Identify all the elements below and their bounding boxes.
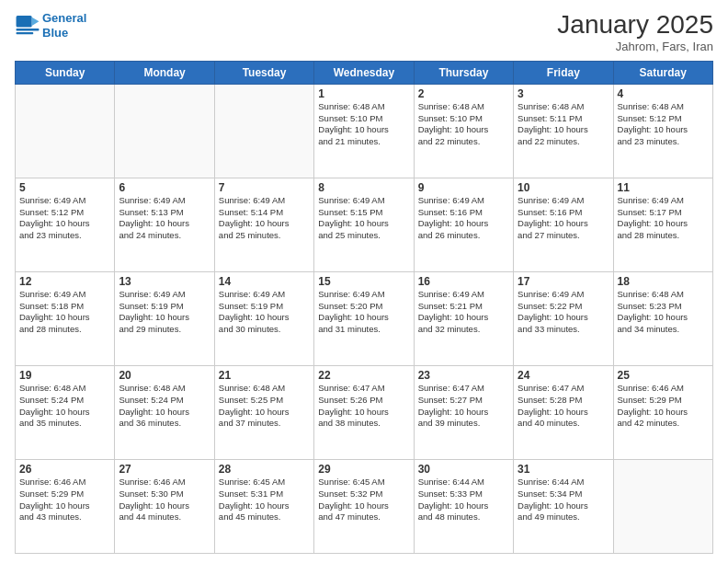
- col-saturday: Saturday: [613, 61, 712, 84]
- col-sunday: Sunday: [16, 61, 115, 84]
- day-info: Sunrise: 6:48 AM Sunset: 5:10 PM Dayligh…: [318, 101, 409, 148]
- calendar-header-row: Sunday Monday Tuesday Wednesday Thursday…: [16, 61, 713, 84]
- day-number: 3: [518, 87, 609, 100]
- table-row: 9Sunrise: 6:49 AM Sunset: 5:16 PM Daylig…: [414, 178, 513, 271]
- day-info: Sunrise: 6:49 AM Sunset: 5:22 PM Dayligh…: [518, 289, 609, 336]
- table-row: 17Sunrise: 6:49 AM Sunset: 5:22 PM Dayli…: [514, 271, 613, 365]
- day-info: Sunrise: 6:49 AM Sunset: 5:19 PM Dayligh…: [119, 289, 210, 336]
- table-row: 12Sunrise: 6:49 AM Sunset: 5:18 PM Dayli…: [16, 271, 115, 365]
- calendar-table: Sunday Monday Tuesday Wednesday Thursday…: [15, 61, 713, 554]
- day-number: 7: [219, 181, 310, 194]
- day-info: Sunrise: 6:49 AM Sunset: 5:13 PM Dayligh…: [119, 195, 210, 242]
- day-info: Sunrise: 6:48 AM Sunset: 5:23 PM Dayligh…: [618, 289, 709, 336]
- table-row: 1Sunrise: 6:48 AM Sunset: 5:10 PM Daylig…: [314, 84, 414, 178]
- table-row: 8Sunrise: 6:49 AM Sunset: 5:15 PM Daylig…: [314, 178, 414, 271]
- table-row: 5Sunrise: 6:49 AM Sunset: 5:12 PM Daylig…: [16, 178, 115, 271]
- logo-text: General Blue: [42, 11, 86, 40]
- table-row: [214, 84, 313, 178]
- day-number: 5: [19, 181, 110, 194]
- day-info: Sunrise: 6:47 AM Sunset: 5:26 PM Dayligh…: [318, 383, 409, 430]
- calendar-week-row: 5Sunrise: 6:49 AM Sunset: 5:12 PM Daylig…: [16, 178, 713, 271]
- day-info: Sunrise: 6:47 AM Sunset: 5:28 PM Dayligh…: [518, 383, 609, 430]
- table-row: [16, 84, 115, 178]
- day-info: Sunrise: 6:46 AM Sunset: 5:29 PM Dayligh…: [19, 477, 110, 523]
- day-number: 15: [318, 275, 409, 288]
- day-number: 14: [219, 275, 310, 288]
- day-number: 26: [19, 463, 110, 476]
- calendar-week-row: 19Sunrise: 6:48 AM Sunset: 5:24 PM Dayli…: [16, 365, 713, 459]
- day-number: 25: [618, 369, 709, 382]
- day-number: 29: [318, 463, 409, 476]
- day-number: 27: [119, 463, 210, 476]
- table-row: 28Sunrise: 6:45 AM Sunset: 5:31 PM Dayli…: [214, 459, 313, 553]
- calendar-week-row: 12Sunrise: 6:49 AM Sunset: 5:18 PM Dayli…: [16, 271, 713, 365]
- table-row: 10Sunrise: 6:49 AM Sunset: 5:16 PM Dayli…: [514, 178, 613, 271]
- day-info: Sunrise: 6:49 AM Sunset: 5:16 PM Dayligh…: [518, 195, 609, 242]
- col-tuesday: Tuesday: [214, 61, 313, 84]
- svg-rect-2: [17, 29, 40, 30]
- table-row: 18Sunrise: 6:48 AM Sunset: 5:23 PM Dayli…: [613, 271, 712, 365]
- day-number: 6: [119, 181, 210, 194]
- day-info: Sunrise: 6:48 AM Sunset: 5:25 PM Dayligh…: [219, 383, 310, 430]
- day-number: 8: [318, 181, 409, 194]
- table-row: 26Sunrise: 6:46 AM Sunset: 5:29 PM Dayli…: [16, 459, 115, 553]
- day-number: 20: [119, 369, 210, 382]
- day-info: Sunrise: 6:49 AM Sunset: 5:21 PM Dayligh…: [418, 289, 509, 336]
- table-row: 16Sunrise: 6:49 AM Sunset: 5:21 PM Dayli…: [414, 271, 513, 365]
- table-row: 30Sunrise: 6:44 AM Sunset: 5:33 PM Dayli…: [414, 459, 513, 553]
- day-info: Sunrise: 6:49 AM Sunset: 5:19 PM Dayligh…: [219, 289, 310, 336]
- day-info: Sunrise: 6:48 AM Sunset: 5:10 PM Dayligh…: [418, 101, 509, 148]
- col-friday: Friday: [514, 61, 613, 84]
- day-number: 31: [518, 463, 609, 476]
- day-info: Sunrise: 6:48 AM Sunset: 5:12 PM Dayligh…: [618, 101, 709, 148]
- table-row: 7Sunrise: 6:49 AM Sunset: 5:14 PM Daylig…: [214, 178, 313, 271]
- day-info: Sunrise: 6:45 AM Sunset: 5:32 PM Dayligh…: [318, 477, 409, 523]
- day-info: Sunrise: 6:44 AM Sunset: 5:33 PM Dayligh…: [418, 477, 509, 523]
- table-row: 15Sunrise: 6:49 AM Sunset: 5:20 PM Dayli…: [314, 271, 414, 365]
- col-wednesday: Wednesday: [314, 61, 414, 84]
- logo-icon: [15, 13, 40, 39]
- table-row: [613, 459, 712, 553]
- table-row: 23Sunrise: 6:47 AM Sunset: 5:27 PM Dayli…: [414, 365, 513, 459]
- table-row: 29Sunrise: 6:45 AM Sunset: 5:32 PM Dayli…: [314, 459, 414, 553]
- calendar-week-row: 1Sunrise: 6:48 AM Sunset: 5:10 PM Daylig…: [16, 84, 713, 178]
- day-info: Sunrise: 6:49 AM Sunset: 5:12 PM Dayligh…: [19, 195, 110, 242]
- day-number: 10: [518, 181, 609, 194]
- day-number: 12: [19, 275, 110, 288]
- day-number: 18: [618, 275, 709, 288]
- table-row: 3Sunrise: 6:48 AM Sunset: 5:11 PM Daylig…: [514, 84, 613, 178]
- day-info: Sunrise: 6:49 AM Sunset: 5:18 PM Dayligh…: [19, 289, 110, 336]
- day-info: Sunrise: 6:46 AM Sunset: 5:30 PM Dayligh…: [119, 477, 210, 523]
- day-number: 23: [418, 369, 509, 382]
- day-number: 24: [518, 369, 609, 382]
- day-number: 17: [518, 275, 609, 288]
- table-row: 19Sunrise: 6:48 AM Sunset: 5:24 PM Dayli…: [16, 365, 115, 459]
- logo: General Blue: [15, 11, 86, 40]
- day-number: 1: [318, 87, 409, 100]
- table-row: [115, 84, 214, 178]
- svg-rect-0: [17, 16, 32, 27]
- day-number: 16: [418, 275, 509, 288]
- day-number: 2: [418, 87, 509, 100]
- table-row: 4Sunrise: 6:48 AM Sunset: 5:12 PM Daylig…: [613, 84, 712, 178]
- svg-rect-3: [17, 32, 34, 34]
- table-row: 21Sunrise: 6:48 AM Sunset: 5:25 PM Dayli…: [214, 365, 313, 459]
- table-row: 13Sunrise: 6:49 AM Sunset: 5:19 PM Dayli…: [115, 271, 214, 365]
- table-row: 14Sunrise: 6:49 AM Sunset: 5:19 PM Dayli…: [214, 271, 313, 365]
- page-header: General Blue January 2025 Jahrom, Fars, …: [15, 11, 713, 53]
- table-row: 27Sunrise: 6:46 AM Sunset: 5:30 PM Dayli…: [115, 459, 214, 553]
- day-info: Sunrise: 6:45 AM Sunset: 5:31 PM Dayligh…: [219, 477, 310, 523]
- logo-line2: Blue: [42, 26, 68, 40]
- calendar-location: Jahrom, Fars, Iran: [557, 40, 713, 53]
- logo-line1: General: [42, 11, 86, 25]
- table-row: 22Sunrise: 6:47 AM Sunset: 5:26 PM Dayli…: [314, 365, 414, 459]
- table-row: 20Sunrise: 6:48 AM Sunset: 5:24 PM Dayli…: [115, 365, 214, 459]
- day-info: Sunrise: 6:49 AM Sunset: 5:14 PM Dayligh…: [219, 195, 310, 242]
- day-number: 19: [19, 369, 110, 382]
- table-row: 6Sunrise: 6:49 AM Sunset: 5:13 PM Daylig…: [115, 178, 214, 271]
- table-row: 2Sunrise: 6:48 AM Sunset: 5:10 PM Daylig…: [414, 84, 513, 178]
- title-block: January 2025 Jahrom, Fars, Iran: [557, 11, 713, 53]
- day-info: Sunrise: 6:49 AM Sunset: 5:16 PM Dayligh…: [418, 195, 509, 242]
- table-row: 25Sunrise: 6:46 AM Sunset: 5:29 PM Dayli…: [613, 365, 712, 459]
- day-info: Sunrise: 6:47 AM Sunset: 5:27 PM Dayligh…: [418, 383, 509, 430]
